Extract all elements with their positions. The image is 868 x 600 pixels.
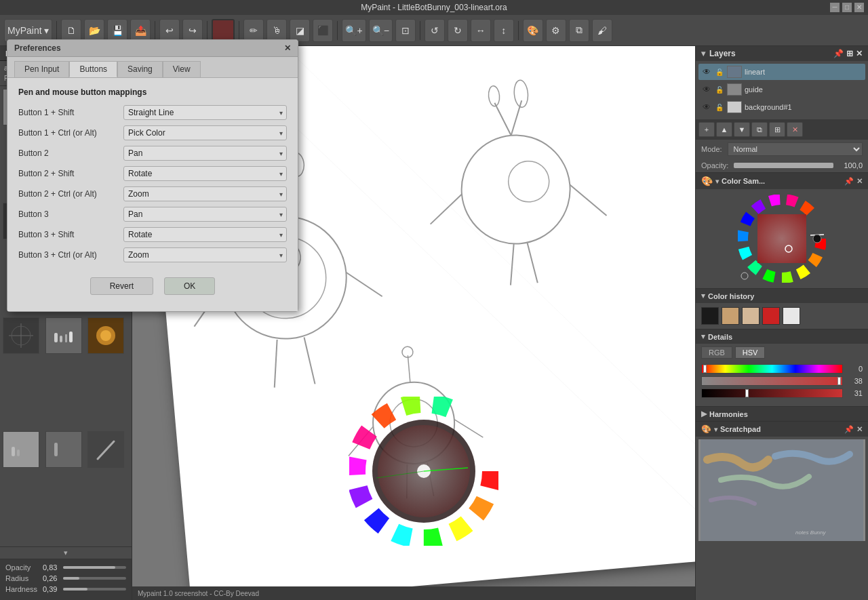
color-expand-arrow[interactable]: ▾ xyxy=(715,178,719,185)
tab-view[interactable]: View xyxy=(163,61,201,77)
pref-select-btn3[interactable]: Straight Line Pick Color Pan Rotate Zoom xyxy=(123,207,287,222)
color-wheel-button[interactable]: 🎨 xyxy=(523,19,543,42)
scratchpad-canvas[interactable]: notes Bunny xyxy=(698,439,865,541)
close-button[interactable]: ✕ xyxy=(854,3,864,12)
layers-list: 👁 🔓 lineart 👁 🔓 guide 👁 🔓 background#1 xyxy=(696,61,868,119)
undo-history-button[interactable]: ↺ xyxy=(425,19,445,42)
new-file-button[interactable]: 🗋 xyxy=(61,19,81,42)
tab-hsv[interactable]: HSV xyxy=(735,346,766,359)
color-wheel-canvas-overlay[interactable] xyxy=(349,397,498,546)
ok-button[interactable]: OK xyxy=(164,277,215,295)
pref-label: Button 2 + Ctrl (or Alt) xyxy=(18,189,123,199)
preferences-dialog: Preferences ✕ Pen Input Buttons Saving V… xyxy=(7,39,298,312)
add-layer-button[interactable]: + xyxy=(698,122,715,137)
move-layer-up-button[interactable]: ▲ xyxy=(716,122,732,137)
layer-visibility-icon[interactable]: 👁 xyxy=(701,102,712,113)
layers-collapse-icon[interactable]: ▾ xyxy=(701,49,705,58)
tab-buttons[interactable]: Buttons xyxy=(69,61,117,77)
brush-item[interactable] xyxy=(45,431,82,468)
brush-item[interactable] xyxy=(3,317,39,354)
mode-select[interactable]: Normal Multiply Screen xyxy=(728,142,863,156)
pref-select-btn2-shift[interactable]: Straight Line Pick Color Pan Rotate Zoom xyxy=(123,166,287,181)
color-history-swatch-1[interactable] xyxy=(701,307,719,325)
export-button[interactable]: 📤 xyxy=(130,19,151,42)
settings-button[interactable]: ⚙ xyxy=(546,19,566,42)
color-close-icon[interactable]: ✕ xyxy=(856,177,863,186)
layer-item-guide[interactable]: 👁 🔓 guide xyxy=(698,81,865,98)
merge-layer-button[interactable]: ⊞ xyxy=(769,122,785,137)
harmonies-expand-icon[interactable]: ▶ xyxy=(701,409,707,418)
layers-pin-icon[interactable]: 📌 xyxy=(833,49,844,58)
tab-rgb[interactable]: RGB xyxy=(701,346,732,359)
save-file-button[interactable]: 💾 xyxy=(107,19,127,42)
pref-select-btn2[interactable]: Straight Line Pick Color Pan Rotate Zoom xyxy=(123,146,287,161)
hardness-label: Hardness xyxy=(5,585,43,593)
h-slider[interactable] xyxy=(701,364,843,374)
paint-tool-button[interactable]: ✏ xyxy=(243,19,264,42)
layer-lock-icon[interactable]: 🔓 xyxy=(715,102,724,112)
opacity-slider[interactable] xyxy=(63,566,126,569)
zoom-fit-button[interactable]: ⊡ xyxy=(395,19,416,42)
layer-item-lineart[interactable]: 👁 🔓 lineart xyxy=(698,64,865,80)
layers-expand-icon[interactable]: ⊞ xyxy=(846,49,853,58)
delete-layer-button[interactable]: ✕ xyxy=(787,122,803,137)
layer-lock-icon[interactable]: 🔓 xyxy=(715,67,724,77)
redo-history-button[interactable]: ↻ xyxy=(448,19,468,42)
pref-select-btn1-shift[interactable]: Straight Line Pick Color Pan Rotate Zoom xyxy=(123,105,287,120)
fill-button[interactable]: ⬛ xyxy=(313,19,333,42)
brush-item[interactable] xyxy=(45,317,82,354)
mirror-h-button[interactable]: ↔ xyxy=(471,19,491,42)
layers-close-icon[interactable]: ✕ xyxy=(856,49,863,58)
pick-color-button[interactable]: 🖰 xyxy=(267,19,287,42)
color-history-swatch-4[interactable] xyxy=(762,307,780,325)
color-swatch[interactable] xyxy=(212,19,235,42)
open-file-button[interactable]: 📂 xyxy=(84,19,104,42)
revert-button[interactable]: Revert xyxy=(90,277,153,295)
color-wheel-container[interactable] xyxy=(696,189,868,288)
details-expand-icon[interactable]: ▾ xyxy=(701,332,705,341)
layer-visibility-icon[interactable]: 👁 xyxy=(701,66,712,77)
brush-item[interactable] xyxy=(87,317,124,354)
hardness-slider[interactable] xyxy=(63,588,126,591)
scratchpad-pin-icon[interactable]: 📌 xyxy=(844,425,854,434)
minimize-button[interactable]: ─ xyxy=(830,3,840,12)
layers-button[interactable]: ⧉ xyxy=(569,19,589,42)
mirror-v-button[interactable]: ↕ xyxy=(494,19,514,42)
tab-saving[interactable]: Saving xyxy=(117,61,163,77)
color-history-swatch-5[interactable] xyxy=(783,307,800,325)
maximize-button[interactable]: □ xyxy=(842,3,852,12)
color-history-swatch-3[interactable] xyxy=(742,307,760,325)
brush-item[interactable] xyxy=(3,431,39,468)
brush-item[interactable] xyxy=(87,431,124,468)
pref-select-btn3-shift[interactable]: Straight Line Pick Color Pan Rotate Zoom xyxy=(123,227,287,242)
v-slider[interactable] xyxy=(701,388,843,398)
radius-slider[interactable] xyxy=(63,577,126,580)
layer-lock-icon[interactable]: 🔓 xyxy=(715,85,724,94)
scratchpad-expand-icon[interactable]: ▾ xyxy=(714,426,717,433)
undo-button[interactable]: ↩ xyxy=(159,19,180,42)
pref-select-btn1-ctrl[interactable]: Straight Line Pick Color Pan Rotate Zoom xyxy=(123,125,287,140)
mypaint-menu-button[interactable]: MyPaint ▾ xyxy=(4,19,52,42)
tab-pen-input[interactable]: Pen Input xyxy=(14,61,69,77)
zoom-out-button[interactable]: 🔍− xyxy=(369,19,393,42)
layer-item-background[interactable]: 👁 🔓 background#1 xyxy=(698,99,865,115)
s-slider[interactable] xyxy=(701,376,843,386)
colorhist-expand-icon[interactable]: ▾ xyxy=(701,292,705,300)
layer-visibility-icon[interactable]: 👁 xyxy=(701,84,712,95)
zoom-in-button[interactable]: 🔍+ xyxy=(342,19,366,42)
harmonies-header[interactable]: ▶ Harmonies xyxy=(696,407,868,421)
brush-list-expand[interactable]: ▾ xyxy=(0,546,132,559)
brush-button[interactable]: 🖌 xyxy=(592,19,612,42)
redo-button[interactable]: ↪ xyxy=(182,19,203,42)
pref-select-btn2-ctrl[interactable]: Straight Line Pick Color Pan Rotate Zoom xyxy=(123,186,287,201)
color-history-swatch-2[interactable] xyxy=(722,307,739,325)
duplicate-layer-button[interactable]: ⧉ xyxy=(751,122,768,137)
erase-button[interactable]: ◪ xyxy=(290,19,310,42)
color-pin-icon[interactable]: 📌 xyxy=(844,177,854,186)
pref-select-btn3-ctrl[interactable]: Straight Line Pick Color Pan Rotate Zoom xyxy=(123,247,287,262)
move-layer-down-button[interactable]: ▼ xyxy=(734,122,750,137)
scratchpad-close-icon[interactable]: ✕ xyxy=(856,425,863,434)
layers-toolbar: + ▲ ▼ ⧉ ⊞ ✕ xyxy=(696,119,868,140)
opacity-slider[interactable] xyxy=(734,163,833,168)
prefs-close-button[interactable]: ✕ xyxy=(284,43,291,53)
